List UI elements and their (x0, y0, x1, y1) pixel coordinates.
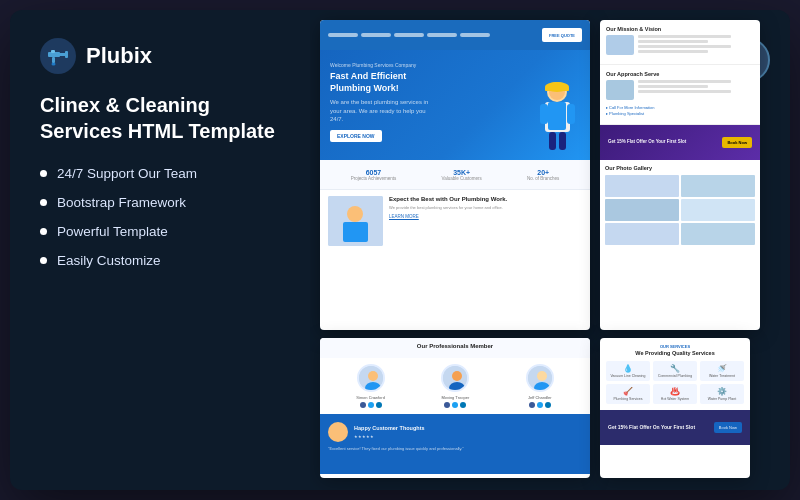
approach-text (638, 80, 754, 100)
bullet-4 (40, 257, 47, 264)
svg-rect-10 (540, 104, 548, 124)
svg-rect-4 (52, 57, 55, 63)
gallery-img-1 (605, 175, 679, 197)
services-screenshot: OUR SERVICES We Providing Quality Servic… (600, 338, 750, 478)
member-2-avatar (441, 364, 469, 392)
service-1: 💧 Vacuum Line Cleaning (606, 361, 650, 381)
mission-text (638, 35, 754, 55)
svg-rect-11 (567, 104, 575, 124)
gallery-img-3 (605, 199, 679, 221)
member-2-social (441, 402, 469, 408)
service-2: 🔧 Commercial Plumbing (653, 361, 697, 381)
feature-item-3: Powerful Template (40, 224, 280, 239)
approach-links: ▸ Call For More Information ▸ Plumbing S… (606, 103, 754, 118)
services-sub: OUR SERVICES (606, 344, 744, 349)
services-section: OUR SERVICES We Providing Quality Servic… (600, 338, 750, 410)
worker-figure (530, 80, 585, 160)
service-4: 🪠 Plumbing Services (606, 384, 650, 404)
product-card: Plubix Clinex & Cleaning Services HTML T… (10, 10, 790, 490)
service-4-icon: 🪠 (609, 387, 647, 396)
free-quote-btn: FREE QUOTE (542, 28, 582, 42)
service-2-icon: 🔧 (656, 364, 694, 373)
nav-item-3 (394, 33, 424, 37)
member-1: Simon Crawford (356, 364, 385, 408)
services-grid: 💧 Vacuum Line Cleaning 🔧 Commercial Plum… (606, 361, 744, 404)
service-3: 🚿 Water Treatment (700, 361, 744, 381)
approach-row (606, 80, 754, 100)
mini-expect-section: Expect the Best with Our Plumbing Work. … (320, 190, 590, 252)
svg-point-21 (368, 371, 378, 381)
stat-2: 35K+ Valuable Customers (442, 169, 482, 181)
bullet-2 (40, 199, 47, 206)
hero-sub: We are the best plumbing services in you… (330, 98, 440, 123)
service-5: ♨️ Hot Water System (653, 384, 697, 404)
svg-rect-16 (545, 87, 569, 91)
testimonial-avatar (328, 422, 348, 442)
gallery-section: Our Photo Gallery (600, 160, 760, 250)
nav-item-1 (328, 33, 358, 37)
svg-point-18 (347, 206, 363, 222)
svg-rect-12 (549, 132, 556, 150)
right-screenshot: Our Mission & Vision Our Approach Serve (600, 20, 760, 330)
stat-1: 6057 Projects Achievements (351, 169, 397, 181)
member-3-avatar (526, 364, 554, 392)
logo-area: Plubix (40, 38, 280, 74)
service-1-icon: 💧 (609, 364, 647, 373)
mini-stats: 6057 Projects Achievements 35K+ Valuable… (320, 160, 590, 190)
svg-rect-6 (51, 50, 55, 53)
svg-rect-13 (559, 132, 566, 150)
mini-hero: Welcome Plumbing Services Company Fast A… (320, 50, 590, 160)
side-promo-banner: Get 15% Flat Offer On Your First Slot Bo… (600, 125, 760, 160)
service-5-icon: ♨️ (656, 387, 694, 396)
gallery-img-2 (681, 175, 755, 197)
approach-image (606, 80, 634, 100)
gallery-img-6 (681, 223, 755, 245)
mission-image-1 (606, 35, 634, 55)
right-panel: FREE QUOTE Welcome Plumbing Services Com… (310, 10, 790, 490)
svg-point-5 (52, 63, 56, 66)
expect-text-area: Expect the Best with Our Plumbing Work. … (389, 196, 507, 246)
team-header: Our Professionals Member (320, 338, 590, 358)
service-6: ⚙️ Water Pump Plant (700, 384, 744, 404)
logo-name: Plubix (86, 43, 152, 69)
team-row: Simon Crawford Mov (320, 358, 590, 414)
hero-cta: EXPLORE NOW (330, 130, 382, 142)
product-title: Clinex & Cleaning Services HTML Template (40, 92, 280, 144)
feature-item-2: Bootstrap Framework (40, 195, 280, 210)
member-1-social (356, 402, 385, 408)
bullet-1 (40, 170, 47, 177)
gallery-img-5 (605, 223, 679, 245)
svg-point-24 (452, 371, 462, 381)
mini-nav: FREE QUOTE (320, 20, 590, 50)
gallery-grid (605, 175, 755, 245)
team-screenshot: Our Professionals Member Simon Crawford (320, 338, 590, 478)
svg-rect-2 (58, 53, 66, 56)
svg-point-27 (537, 371, 547, 381)
member-1-avatar (357, 364, 385, 392)
svg-rect-3 (65, 51, 68, 58)
expect-image (328, 196, 383, 246)
left-panel: Plubix Clinex & Cleaning Services HTML T… (10, 10, 310, 490)
member-2: Moving Trooper (441, 364, 469, 408)
svg-rect-9 (548, 102, 566, 130)
feature-item-4: Easily Customize (40, 253, 280, 268)
nav-item-5 (460, 33, 490, 37)
nav-item-4 (427, 33, 457, 37)
mission-section: Our Mission & Vision (600, 20, 760, 65)
main-screenshot: FREE QUOTE Welcome Plumbing Services Com… (320, 20, 590, 330)
logo-icon (40, 38, 76, 74)
mission-row-1 (606, 35, 754, 55)
hero-title: Fast And EfficientPlumbing Work! (330, 71, 450, 94)
nav-item-2 (361, 33, 391, 37)
hero-tagline: Welcome Plumbing Services Company (330, 62, 580, 68)
stat-3: 20+ No. of Branches (527, 169, 559, 181)
testimonial-section: Happy Customer Thoughts ★★★★★ "Excellent… (320, 414, 590, 474)
gallery-img-4 (681, 199, 755, 221)
feature-item-1: 24/7 Support Our Team (40, 166, 280, 181)
testimonial-quote: "Excellent service! They fixed our plumb… (328, 446, 582, 452)
service-6-icon: ⚙️ (703, 387, 741, 396)
member-3: Jeff Chandler (526, 364, 554, 408)
service-3-icon: 🚿 (703, 364, 741, 373)
approach-section: Our Approach Serve ▸ Call For More Infor… (600, 65, 760, 125)
features-list: 24/7 Support Our Team Bootstrap Framewor… (40, 166, 280, 282)
